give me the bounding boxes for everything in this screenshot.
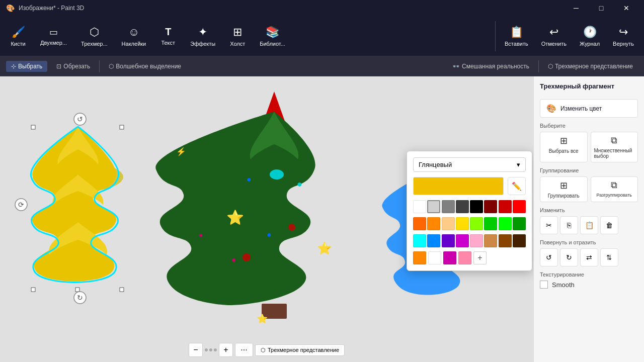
- color-red[interactable]: [513, 200, 526, 213]
- color-purple[interactable]: [442, 234, 455, 247]
- ribbon-insert[interactable]: 📋 Вставить: [499, 23, 534, 50]
- rotate-left-button[interactable]: ↺: [540, 248, 558, 266]
- color-brown[interactable]: [484, 234, 497, 247]
- cut-button[interactable]: ✂: [540, 216, 558, 234]
- rotate-section-label: Повернуть и отразить: [540, 239, 638, 245]
- copy-button[interactable]: ⎘: [560, 216, 578, 234]
- ribbon-redo[interactable]: ↪ Вернуть: [607, 23, 640, 50]
- svg-text:●: ●: [231, 255, 236, 264]
- color-orange[interactable]: [427, 217, 440, 230]
- finish-label: Глянцевый: [419, 161, 452, 168]
- recent-color-1[interactable]: [413, 251, 426, 264]
- ribbon-2d-label: Двухмер...: [40, 40, 67, 46]
- group-button[interactable]: ⊞ Группировать: [540, 176, 588, 202]
- select-all-button[interactable]: ⊞ Выбрать все: [540, 132, 588, 162]
- color-orange-dark[interactable]: [413, 217, 426, 230]
- mixed-reality-icon: 👓: [452, 63, 460, 70]
- color-white[interactable]: [413, 200, 426, 213]
- ribbon-library-label: Библиот...: [260, 41, 285, 47]
- ribbon-text[interactable]: T Текст: [154, 23, 182, 49]
- ribbon-3d[interactable]: ⬡ Трехмер...: [75, 23, 114, 50]
- rotate-right-icon: ↻: [566, 253, 572, 261]
- view3d-button[interactable]: ⬡ Трехмерное представление: [543, 61, 638, 72]
- magic-select-button[interactable]: ⬡ Волшебное выделение: [104, 61, 186, 72]
- color-peach[interactable]: [442, 217, 455, 230]
- view3d-label: Трехмерное представление: [555, 63, 633, 70]
- main-area: ↺ ↻ ⟳ ⭐ ⭐ ● ● ● ● ●: [0, 76, 644, 362]
- group-icon: ⊞: [560, 180, 568, 191]
- zoom-minus-button[interactable]: −: [189, 343, 203, 357]
- color-pink[interactable]: [470, 234, 483, 247]
- color-red-medium[interactable]: [499, 200, 512, 213]
- finish-dropdown[interactable]: Глянцевый ▾: [413, 157, 526, 172]
- ribbon-journal[interactable]: 🕐 Журнал: [574, 23, 606, 50]
- color-brown-darker[interactable]: [513, 234, 526, 247]
- minimize-button[interactable]: ─: [565, 0, 588, 16]
- color-magenta[interactable]: [456, 234, 469, 247]
- zoom-plus-button[interactable]: +: [219, 343, 233, 357]
- color-black[interactable]: [470, 200, 483, 213]
- multi-select-button[interactable]: ⧉ Множественный выбор: [591, 132, 638, 162]
- ribbon-effects[interactable]: ✦ Эффекты: [184, 23, 221, 50]
- select-button[interactable]: ⊹ Выбрать: [6, 61, 47, 72]
- maximize-button[interactable]: □: [590, 0, 613, 16]
- svg-text:●: ●: [267, 230, 272, 239]
- color-dark-green[interactable]: [513, 217, 526, 230]
- title-bar: 🎨 Изображени* - Paint 3D ─ □ ✕: [0, 0, 644, 16]
- texture-section-label: Текстурирование: [540, 272, 638, 278]
- view3d-toggle[interactable]: ⬡ Трехмерное представление: [255, 344, 345, 356]
- ribbon-2d[interactable]: ▭ Двухмер...: [34, 24, 73, 49]
- select-section-label: Выберите: [540, 123, 638, 129]
- add-color-button[interactable]: +: [473, 251, 487, 264]
- ribbon-undo-label: Отменить: [541, 41, 567, 47]
- color-lightgray[interactable]: [427, 200, 440, 213]
- color-blue[interactable]: [427, 234, 440, 247]
- color-cyan[interactable]: [413, 234, 426, 247]
- ribbon-library[interactable]: 📚 Библиот...: [254, 23, 291, 50]
- flip-button[interactable]: ⇄: [580, 248, 598, 266]
- paste-button[interactable]: 📋: [580, 216, 598, 234]
- ribbon-undo[interactable]: ↩ Отменить: [535, 23, 573, 50]
- delete-button[interactable]: 🗑: [600, 216, 618, 234]
- zoom-controls: − + ··· ⬡ Трехмерное представление: [189, 343, 345, 357]
- close-button[interactable]: ✕: [615, 0, 638, 16]
- rotate-left-icon: ↺: [546, 253, 552, 261]
- rotate-right-button[interactable]: ↻: [560, 248, 578, 266]
- current-color-swatch[interactable]: [413, 177, 504, 195]
- canvas-area[interactable]: ↺ ↻ ⟳ ⭐ ⭐ ● ● ● ● ●: [0, 76, 533, 362]
- color-darkgray[interactable]: [456, 200, 469, 213]
- recent-color-2[interactable]: [428, 251, 441, 264]
- mixed-reality-button[interactable]: 👓 Смешанная реальность: [447, 61, 534, 72]
- copy-icon: ⎘: [567, 221, 571, 229]
- view3d-icon: ⬡: [548, 63, 553, 70]
- ungroup-button[interactable]: ⧉ Разгруппировать: [591, 176, 638, 202]
- magic-icon: ⬡: [109, 63, 114, 70]
- insert-icon: 📋: [510, 26, 523, 39]
- color-green-medium[interactable]: [484, 217, 497, 230]
- ribbon-canvas[interactable]: ⊞ Холст: [223, 23, 252, 50]
- transform-section-label: Изменить: [540, 207, 638, 213]
- zoom-more-button[interactable]: ···: [235, 343, 253, 357]
- eyedropper-button[interactable]: ✏️: [508, 177, 526, 195]
- svg-text:⭐: ⭐: [317, 241, 332, 255]
- change-color-button[interactable]: 🎨 Изменить цвет: [540, 99, 638, 118]
- crop-label: Обрезать: [63, 63, 90, 70]
- select-label: Выбрать: [18, 63, 42, 70]
- flip-vertical-button[interactable]: ⇄: [600, 248, 618, 266]
- ribbon-brushes[interactable]: 🖌️ Кисти: [4, 23, 32, 50]
- color-brown-dark[interactable]: [499, 234, 512, 247]
- select-all-label: Выбрать все: [549, 148, 579, 154]
- recent-color-3[interactable]: [443, 251, 456, 264]
- svg-point-22: [288, 224, 295, 231]
- color-green[interactable]: [499, 217, 512, 230]
- ribbon-stickers[interactable]: ☺ Наклейки: [116, 23, 152, 50]
- ribbon-journal-label: Журнал: [580, 41, 600, 47]
- recent-color-4[interactable]: [458, 251, 471, 264]
- redo-icon: ↪: [619, 26, 628, 39]
- color-yellow[interactable]: [456, 217, 469, 230]
- color-yellow-green[interactable]: [470, 217, 483, 230]
- crop-button[interactable]: ⊡ Обрезать: [51, 61, 95, 72]
- color-gray[interactable]: [442, 200, 455, 213]
- smooth-checkbox[interactable]: [540, 281, 548, 289]
- color-darkred[interactable]: [484, 200, 497, 213]
